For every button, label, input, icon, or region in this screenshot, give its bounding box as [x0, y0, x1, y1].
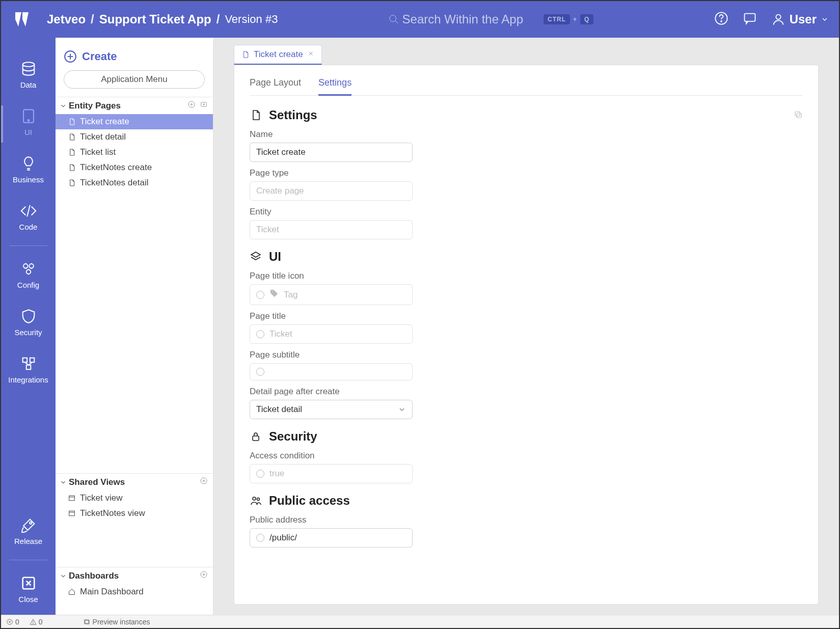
breadcrumb-version[interactable]: Version #3 [225, 13, 278, 26]
nav-security[interactable]: Security [1, 300, 56, 348]
tree-item-main-dashboard[interactable]: Main Dashboard [56, 584, 213, 599]
user-icon [771, 12, 785, 26]
side-panel: Create Application Menu Entity Pages Tic… [56, 41, 213, 615]
input-page-title[interactable]: Ticket [250, 324, 413, 344]
status-preview[interactable]: Preview instances [84, 618, 150, 626]
breadcrumb-app[interactable]: Support Ticket App [99, 12, 211, 26]
input-entity: Ticket [250, 220, 413, 239]
svg-rect-36 [69, 496, 75, 500]
tag-icon [269, 289, 279, 300]
tree-item-ticket-create[interactable]: Ticket create [56, 114, 213, 129]
status-bar: 0 0 Preview instances [1, 615, 839, 628]
label-public-address: Public address [250, 515, 803, 525]
nav-close[interactable]: Close [1, 567, 56, 615]
search-input[interactable]: Search Within the App CTRL + Q [388, 12, 594, 26]
page-icon [68, 179, 76, 187]
tree-item-ticketnotes-create[interactable]: TicketNotes create [56, 160, 213, 175]
tree-item-ticketnotes-detail[interactable]: TicketNotes detail [56, 175, 213, 190]
copy-icon[interactable] [794, 108, 803, 122]
inner-tab-page-layout[interactable]: Page Layout [250, 77, 301, 95]
tree-item-ticket-list[interactable]: Ticket list [56, 145, 213, 160]
input-page-title-icon[interactable]: Tag [250, 284, 413, 305]
svg-point-48 [272, 291, 273, 292]
svg-point-14 [26, 269, 31, 274]
view-icon [68, 494, 76, 502]
svg-point-5 [776, 15, 780, 19]
users-icon [250, 495, 262, 507]
page-icon [241, 50, 250, 59]
chevron-down-icon [398, 405, 406, 414]
breadcrumb: Jetveo / Support Ticket App / Version #3 [47, 12, 278, 26]
warning-icon [30, 618, 37, 625]
expression-toggle-icon[interactable] [256, 534, 264, 542]
expression-toggle-icon[interactable] [256, 368, 264, 376]
document-body: Page Layout Settings Settings Name Page … [234, 65, 819, 605]
status-warnings[interactable]: 0 [30, 618, 43, 626]
add-circle-icon[interactable] [183, 100, 196, 111]
svg-point-12 [23, 264, 28, 268]
input-public-address[interactable]: /public/ [250, 528, 413, 548]
label-name: Name [250, 129, 803, 140]
svg-point-8 [28, 120, 29, 121]
label-detail-page: Detail page after create [250, 387, 803, 397]
input-pagetype: Create page [250, 181, 413, 201]
svg-point-50 [253, 497, 256, 500]
chevron-down-icon [60, 102, 67, 110]
input-name[interactable] [250, 143, 413, 162]
application-menu-button[interactable]: Application Menu [64, 70, 205, 89]
breadcrumb-platform[interactable]: Jetveo [47, 12, 86, 26]
nav-code[interactable]: Code [1, 195, 56, 242]
home-icon [68, 588, 76, 596]
tree-item-ticket-view[interactable]: Ticket view [56, 490, 213, 506]
select-detail-page[interactable]: Ticket detail [250, 400, 413, 419]
svg-line-1 [395, 21, 398, 24]
kbd-q: Q [580, 14, 593, 24]
inner-tab-settings[interactable]: Settings [318, 77, 351, 96]
nav-config[interactable]: Config [1, 253, 56, 300]
section-security-heading: Security [250, 429, 803, 444]
nav-release[interactable]: Release [1, 509, 56, 557]
tree-item-ticket-detail[interactable]: Ticket detail [56, 129, 213, 145]
document-tab-label: Ticket create [254, 49, 303, 60]
svg-point-56 [33, 623, 33, 624]
section-entity-pages[interactable]: Entity Pages [56, 97, 213, 114]
help-icon[interactable] [714, 11, 728, 28]
svg-rect-46 [795, 112, 800, 116]
svg-point-51 [257, 498, 260, 501]
svg-marker-47 [251, 252, 260, 257]
view-icon [68, 509, 76, 517]
section-public-heading: Public access [250, 494, 803, 508]
section-shared-views[interactable]: Shared Views [56, 473, 213, 490]
svg-rect-45 [797, 113, 801, 118]
document-tab[interactable]: Ticket create [234, 45, 322, 65]
expression-toggle-icon[interactable] [256, 330, 264, 338]
svg-line-11 [27, 205, 30, 217]
tree-item-ticketnotes-view[interactable]: TicketNotes view [56, 506, 213, 521]
status-errors[interactable]: 0 [6, 618, 19, 626]
feedback-icon[interactable] [743, 11, 757, 28]
kbd-plus: + [573, 16, 577, 23]
svg-rect-4 [744, 14, 755, 21]
chevron-down-icon [821, 15, 829, 23]
page-icon [68, 163, 76, 172]
section-ui-heading: UI [250, 250, 803, 264]
add-circle-icon[interactable] [196, 570, 208, 581]
label-access-condition: Access condition [250, 451, 803, 461]
svg-rect-17 [26, 365, 31, 370]
svg-rect-38 [69, 511, 75, 515]
nav-business[interactable]: Business [1, 148, 56, 195]
user-menu[interactable]: User [771, 12, 829, 26]
tab-close-button[interactable] [307, 49, 314, 60]
svg-point-3 [721, 21, 722, 22]
add-circle-icon[interactable] [196, 477, 208, 487]
nav-ui[interactable]: UI [1, 100, 56, 148]
nav-integrations[interactable]: Integrations [1, 348, 56, 395]
add-folder-icon[interactable] [196, 100, 208, 111]
section-dashboards[interactable]: Dashboards [56, 567, 213, 584]
expression-toggle-icon[interactable] [256, 470, 264, 478]
input-access-condition[interactable]: true [250, 464, 413, 483]
nav-data[interactable]: Data [1, 53, 56, 100]
expression-toggle-icon[interactable] [256, 291, 264, 299]
create-button[interactable]: Create [56, 41, 213, 70]
input-page-subtitle[interactable] [250, 363, 413, 380]
